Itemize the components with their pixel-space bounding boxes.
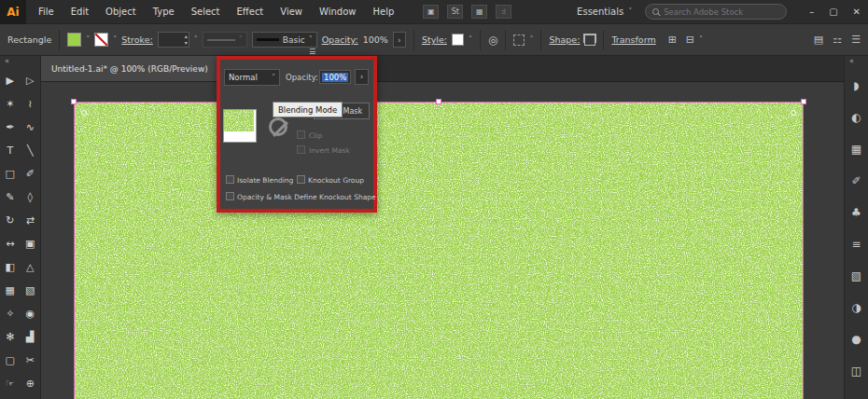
hand-tool[interactable]: ☞ <box>0 372 21 395</box>
line-segment-tool[interactable]: ╲ <box>21 139 41 162</box>
menu-item[interactable]: Object <box>97 0 145 24</box>
perspective-grid-tool[interactable]: △ <box>21 255 41 279</box>
chevron-down-icon[interactable]: ˅ <box>86 35 90 44</box>
object-thumbnail[interactable] <box>224 110 256 142</box>
gradient-panel-icon[interactable]: ▧ <box>845 260 868 292</box>
expand-panels-icon[interactable]: « <box>845 56 868 70</box>
stroke-weight-label[interactable]: Stroke: <box>121 34 152 45</box>
curvature-tool[interactable]: ∿ <box>21 116 41 139</box>
reflect-tool[interactable]: ⇄ <box>21 209 41 232</box>
color-panel-icon[interactable]: ◐ <box>845 102 868 133</box>
direct-selection-tool[interactable]: ▷ <box>21 69 41 92</box>
rotate-tool[interactable]: ↻ <box>0 209 21 232</box>
workspace-switcher[interactable]: Essentials ˅ <box>577 7 632 17</box>
chevron-down-icon[interactable]: ˅ <box>194 35 198 44</box>
shape-label[interactable]: Shape: <box>549 34 580 45</box>
pen-tool[interactable]: ✒ <box>0 116 21 139</box>
fill-color-swatch[interactable] <box>67 33 81 47</box>
menu-item[interactable]: Select <box>183 0 229 24</box>
lasso-tool[interactable]: ≀ <box>21 92 41 116</box>
mesh-tool[interactable]: ▦ <box>0 279 21 302</box>
blending-mode-dropdown[interactable]: Normal ˅ <box>224 69 280 86</box>
recolor-artwork-icon[interactable]: ◎ <box>488 34 497 47</box>
magic-wand-tool[interactable]: ✶ <box>0 92 21 116</box>
minimize-button[interactable]: – <box>802 0 821 24</box>
panel-opacity-flyout-icon[interactable]: › <box>355 69 369 85</box>
knockout-group-checkbox[interactable] <box>297 175 305 184</box>
menu-item[interactable]: Effect <box>229 0 273 24</box>
opacity-value[interactable]: 100% <box>363 34 388 45</box>
type-tool[interactable]: T <box>0 139 21 162</box>
libraries-panel-icon[interactable]: ◗ <box>845 70 868 102</box>
pencil-tool[interactable]: ✎ <box>0 186 21 209</box>
menu-item[interactable]: View <box>272 0 311 24</box>
panel-opacity-input[interactable]: 100% <box>319 70 351 84</box>
canvas[interactable] <box>41 82 844 399</box>
select-similar-icon[interactable] <box>513 34 525 46</box>
artboard-tool[interactable]: ▢ <box>0 349 21 372</box>
stepper-down-icon[interactable]: ▾ <box>185 39 188 46</box>
arrange-documents-icon[interactable]: ▦ <box>471 5 487 19</box>
artboard[interactable] <box>75 103 803 399</box>
menu-item[interactable]: Window <box>311 0 364 24</box>
corner-widget-icon[interactable] <box>81 110 87 116</box>
style-label[interactable]: Style: <box>422 34 447 45</box>
panel-flyout-menu-icon[interactable]: ☰ <box>309 48 315 56</box>
transform-label[interactable]: Transform <box>611 34 655 45</box>
document-tab[interactable]: Untitled-1.ai* @ 100% (RGB/Preview) × <box>41 56 234 81</box>
menu-item[interactable]: Edit <box>63 0 97 24</box>
arrange-icon[interactable]: ▤ <box>814 34 823 46</box>
swatches-panel-icon[interactable]: ▦ <box>845 133 868 165</box>
blend-tool[interactable]: ◉ <box>21 302 41 325</box>
width-tool[interactable]: ↔ <box>0 232 21 255</box>
bridge-icon[interactable]: ▣ <box>423 5 439 19</box>
column-graph-tool[interactable]: ▟ <box>21 325 41 349</box>
layers-panel-icon[interactable]: ◫ <box>845 355 868 387</box>
eraser-tool[interactable]: ◊ <box>21 186 41 209</box>
chevron-down-icon[interactable]: ˅ <box>469 35 472 44</box>
graphic-style-swatch[interactable] <box>452 34 464 46</box>
opacity-label[interactable]: Opacity: <box>322 34 358 45</box>
shape-builder-tool[interactable]: ◧ <box>0 255 21 279</box>
search-input[interactable] <box>664 7 776 17</box>
chevron-down-icon[interactable]: ˅ <box>529 35 533 44</box>
slice-tool[interactable]: ✂ <box>21 349 41 372</box>
stock-icon[interactable]: St <box>447 5 463 19</box>
selection-handle[interactable] <box>801 99 806 104</box>
collapse-tools-icon[interactable]: « <box>0 56 40 69</box>
eyedropper-tool[interactable]: ✧ <box>0 302 21 325</box>
selection-handle[interactable] <box>436 99 441 104</box>
free-transform-tool[interactable]: ▣ <box>21 232 41 255</box>
align-objects-icon[interactable]: ⊞ <box>668 34 677 46</box>
stepper-up-icon[interactable]: ▴ <box>185 33 188 39</box>
symbol-sprayer-tool[interactable]: ✻ <box>0 325 21 349</box>
gradient-tool[interactable]: ▧ <box>21 279 41 302</box>
opacity-flyout-icon[interactable]: › <box>393 32 406 48</box>
transparency-panel-icon[interactable]: ◑ <box>845 292 868 323</box>
stroke-weight-stepper[interactable]: ▴▾ <box>158 32 189 48</box>
knockout-shape-checkbox[interactable] <box>226 192 234 200</box>
search-box[interactable] <box>645 4 787 20</box>
menu-item[interactable]: Help <box>364 0 402 24</box>
touch-workspace-icon[interactable]: ☝ <box>496 5 511 19</box>
menu-item[interactable]: Type <box>145 0 183 24</box>
zoom-tool[interactable]: ⊕ <box>21 372 41 395</box>
chevron-down-icon[interactable]: ˅ <box>699 35 703 44</box>
shape-properties-icon[interactable] <box>584 34 595 46</box>
menu-item[interactable]: File <box>30 0 63 24</box>
paintbrush-tool[interactable]: ✐ <box>21 162 41 186</box>
symbols-panel-icon[interactable]: ♣ <box>845 197 868 228</box>
corner-widget-icon[interactable] <box>791 110 796 116</box>
rectangle-tool[interactable]: □ <box>0 162 21 186</box>
stroke-none-swatch[interactable] <box>94 33 108 47</box>
brush-definition-dropdown[interactable]: Basic ˅ <box>252 32 317 48</box>
snap-options-icon[interactable]: ⚏ <box>833 34 842 46</box>
selection-tool[interactable]: ▶ <box>0 69 21 92</box>
distribute-objects-icon[interactable]: ⊟ <box>686 34 694 46</box>
stroke-panel-icon[interactable]: ≡ <box>845 228 868 260</box>
appearance-panel-icon[interactable]: ● <box>845 323 868 355</box>
selection-handle[interactable] <box>71 99 77 104</box>
chevron-down-icon[interactable]: ˅ <box>113 35 117 44</box>
maximize-button[interactable]: ▢ <box>821 0 845 24</box>
control-panel-menu-icon[interactable]: ☰ <box>851 34 861 46</box>
